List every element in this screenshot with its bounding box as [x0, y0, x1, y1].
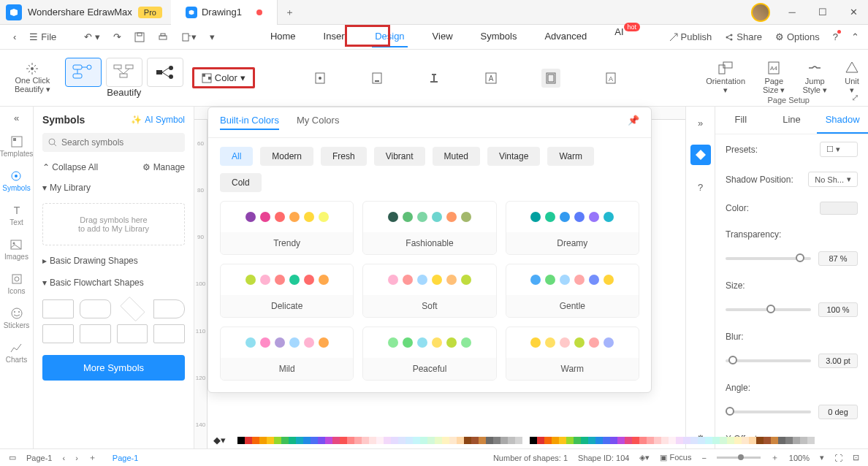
rail-symbols[interactable]: Symbols — [2, 169, 30, 192]
zoom-slider[interactable] — [717, 457, 761, 459]
filter-vintage[interactable]: Vintage — [487, 147, 540, 166]
zoom-value[interactable]: 100% — [789, 454, 810, 462]
size-slider[interactable] — [726, 308, 811, 311]
presets-select[interactable]: ☐ ▾ — [820, 142, 858, 157]
ribbon-icon-3[interactable] — [427, 72, 441, 85]
blur-slider[interactable] — [726, 359, 811, 362]
color-card-peaceful[interactable]: Peaceful — [362, 326, 496, 381]
transparency-value[interactable]: 87 % — [818, 251, 858, 266]
color-card-delicate[interactable]: Delicate — [220, 264, 354, 318]
filter-modern[interactable]: Modern — [260, 147, 313, 166]
jump-style-button[interactable]: JumpStyle ▾ — [802, 61, 827, 95]
page-tab[interactable]: Page-1 — [107, 454, 144, 462]
collapse-all[interactable]: ⌃ Collapse All — [42, 162, 98, 172]
share-button[interactable]: Share — [725, 31, 762, 42]
pages-icon[interactable]: ▭ — [9, 453, 16, 462]
angle-value[interactable]: 0 deg — [818, 405, 858, 419]
back-button[interactable]: ‹ — [9, 28, 20, 45]
maximize-button[interactable]: ☐ — [808, 1, 837, 24]
menu-button[interactable]: ☰ File — [25, 28, 61, 45]
add-tab-button[interactable]: ＋ — [278, 6, 302, 19]
basic-flowchart-cat[interactable]: ▾ Basic Flowchart Shapes — [34, 272, 194, 294]
ribbon-icon-5[interactable] — [541, 69, 560, 88]
blur-value[interactable]: 3.00 pt — [818, 354, 858, 368]
builtin-colors-tab[interactable]: Built-in Colors — [220, 115, 279, 130]
size-value[interactable]: 100 % — [818, 302, 858, 317]
rail-icons[interactable]: Icons — [8, 272, 26, 295]
ribbon-icon-1[interactable] — [313, 72, 327, 85]
one-click-beautify[interactable]: One Click Beautify ▾ — [9, 61, 56, 94]
shape-8[interactable] — [153, 324, 185, 343]
save-button[interactable] — [130, 29, 149, 45]
color-strip[interactable]: ◆▾ — [208, 432, 685, 448]
my-library-cat[interactable]: ▾ My Library — [34, 177, 194, 199]
layout-opt-3[interactable] — [147, 58, 183, 87]
canvas-area[interactable]: 608090100110120140 Built-in Colors My Co… — [194, 107, 685, 448]
right-rail-style[interactable] — [690, 145, 711, 165]
next-page[interactable]: › — [75, 454, 78, 462]
shadow-tab[interactable]: Shadow — [817, 107, 868, 134]
unit-button[interactable]: Unit▾ — [845, 61, 859, 95]
my-colors-tab[interactable]: My Colors — [297, 115, 340, 130]
search-input[interactable] — [61, 137, 179, 148]
right-rail-expand[interactable]: » — [690, 112, 711, 133]
fill-tab[interactable]: Fill — [715, 107, 766, 134]
undo-button[interactable]: ↶ ▾ — [80, 28, 104, 45]
rail-templates[interactable]: Templates — [0, 135, 33, 158]
ribbon-icon-2[interactable] — [370, 72, 384, 85]
right-rail-help[interactable]: ? — [690, 177, 711, 197]
minimize-button[interactable]: ─ — [777, 1, 807, 24]
prev-page[interactable]: ‹ — [62, 454, 65, 462]
menu-home[interactable]: Home — [267, 26, 299, 47]
rail-collapse[interactable]: « — [14, 112, 19, 123]
layers-button[interactable]: ◈▾ — [639, 453, 650, 462]
basic-drawing-cat[interactable]: ▸ Basic Drawing Shapes — [34, 250, 194, 272]
filter-warm[interactable]: Warm — [547, 147, 594, 166]
search-symbols[interactable] — [42, 133, 185, 152]
position-select[interactable]: No Sh...▾ — [808, 172, 858, 187]
menu-advanced[interactable]: Advanced — [541, 26, 590, 47]
filter-cold[interactable]: Cold — [220, 173, 262, 192]
ai-symbol-button[interactable]: ✨ AI Symbol — [131, 115, 185, 125]
orientation-button[interactable]: Orientation▾ — [706, 61, 745, 95]
color-dropdown[interactable]: Color▾ — [192, 67, 255, 88]
layout-opt-2[interactable] — [106, 58, 142, 87]
collapse-ribbon[interactable]: ⌃ — [851, 31, 859, 42]
more-toolbar[interactable]: ▾ — [205, 28, 219, 45]
shape-7[interactable] — [117, 324, 148, 343]
more-symbols-button[interactable]: More Symbols — [42, 355, 185, 381]
color-card-trendy[interactable]: Trendy — [220, 201, 354, 255]
print-button[interactable] — [153, 29, 172, 45]
shape-6[interactable] — [80, 324, 111, 343]
color-card-soft[interactable]: Soft — [362, 264, 496, 318]
add-page[interactable]: ＋ — [88, 452, 96, 463]
line-tab[interactable]: Line — [766, 107, 818, 134]
color-card-warm[interactable]: Warm — [506, 326, 639, 381]
fullscreen[interactable]: ⊡ — [853, 453, 859, 462]
pin-popup[interactable]: 📌 — [628, 115, 639, 130]
menu-view[interactable]: View — [430, 26, 456, 47]
rail-stickers[interactable]: Stickers — [4, 307, 30, 329]
rail-charts[interactable]: Charts — [6, 341, 27, 364]
color-card-mild[interactable]: Mild — [220, 326, 354, 381]
angle-slider[interactable] — [726, 410, 811, 413]
publish-button[interactable]: Publish — [669, 31, 712, 42]
color-card-dreamy[interactable]: Dreamy — [506, 201, 639, 255]
shape-5[interactable] — [42, 324, 74, 343]
manage-button[interactable]: ⚙ Manage — [142, 162, 185, 172]
page-name[interactable]: Page-1 — [26, 454, 52, 462]
user-avatar[interactable] — [751, 3, 770, 22]
fit-page[interactable]: ⛶ — [834, 454, 842, 462]
layout-opt-1[interactable] — [65, 58, 102, 87]
rail-text[interactable]: TText — [9, 204, 23, 226]
document-tab[interactable]: Drawing1 — [171, 0, 278, 25]
transparency-slider[interactable] — [726, 257, 811, 260]
options-button[interactable]: ⚙ Options — [775, 31, 820, 42]
filter-muted[interactable]: Muted — [433, 147, 480, 166]
help-button[interactable]: ? — [833, 31, 838, 42]
page-size-button[interactable]: A4PageSize ▾ — [763, 61, 785, 95]
color-card-gentle[interactable]: Gentle — [506, 264, 639, 318]
page-setup-expand[interactable]: ⤢ — [851, 92, 859, 103]
filter-all[interactable]: All — [220, 147, 253, 166]
color-swatch[interactable] — [820, 202, 858, 215]
